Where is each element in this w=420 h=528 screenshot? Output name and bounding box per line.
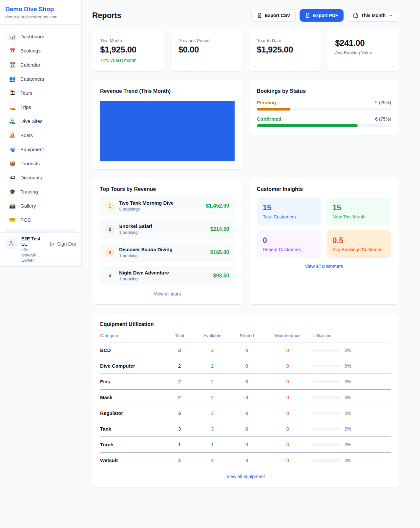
sidebar-item-dashboard[interactable]: 📊 Dashboard <box>5 30 76 44</box>
table-row: Tank 3 3 0 0 0% <box>100 421 391 437</box>
stat-value: $241.00 <box>335 38 391 48</box>
stat-delta: +0% vs last month <box>100 58 156 63</box>
sidebar-item-calendar[interactable]: 📆 Calendar <box>5 58 76 72</box>
export-csv-button[interactable]: Export CSV <box>251 9 296 22</box>
equipment-maintenance: 0 <box>263 442 312 447</box>
sidebar-item-gallery[interactable]: 📸 Gallery <box>5 199 76 213</box>
utilization-bar <box>312 396 341 399</box>
sidebar-item-products[interactable]: 📦 Products <box>5 156 76 171</box>
sidebar-item-bookings[interactable]: 📅 Bookings <box>5 44 76 58</box>
sidebar-item-discounts[interactable]: 🏷 Discounts <box>5 171 76 185</box>
table-row: Fins 2 2 0 0 0% <box>100 374 391 390</box>
equipment-available: 3 <box>194 426 230 432</box>
user-email: e2e-tester@... <box>21 247 45 258</box>
status-value: 2 (25%) <box>375 100 391 105</box>
dive-sites-wave-icon: 🌊 <box>9 117 16 125</box>
sidebar-item-pos[interactable]: 💳 POS <box>5 213 76 227</box>
export-pdf-button[interactable]: Export PDF <box>300 9 344 22</box>
tour-revenue: $1,452.00 <box>206 203 229 209</box>
rank-badge: 2 <box>105 225 115 234</box>
equipment-rented: 0 <box>230 395 263 400</box>
table-row: Regulator 3 3 0 0 0% <box>100 405 391 421</box>
equipment-available: 3 <box>194 347 230 353</box>
equipment-maintenance: 0 <box>263 379 312 384</box>
export-csv-label: Export CSV <box>265 13 290 18</box>
tour-row: 2 Snorkel Safari 1 booking $214.50 <box>100 219 235 239</box>
avatar <box>5 237 17 249</box>
tour-name: Discover Scuba Diving <box>119 247 173 252</box>
period-dropdown[interactable]: This Month <box>347 9 399 22</box>
sidebar-item-equipment[interactable]: 🤿 Equipment <box>5 142 76 156</box>
equipment-available: 2 <box>194 379 230 384</box>
insight-new-this-month: 15 New This Month <box>326 197 391 225</box>
tour-row: 4 Night Dive Adventure 1 booking $93.50 <box>100 266 235 285</box>
view-all-customers-link[interactable]: View all customers <box>257 264 391 269</box>
equipment-total: 3 <box>165 347 194 353</box>
status-bar-track <box>257 108 391 111</box>
stat-card-this-month: This Month $1,925.00 +0% vs last month <box>92 30 164 71</box>
bookings-by-status-card: Bookings by Status Pending 2 (25%) Confi… <box>249 80 399 135</box>
table-row: BCD 3 3 0 0 0% <box>100 342 391 358</box>
sidebar-item-label: Training <box>20 188 38 195</box>
sidebar-item-customers[interactable]: 👥 Customers <box>5 72 76 86</box>
active-nav-indicator[interactable] <box>5 229 76 233</box>
utilization-percent: 0% <box>345 395 351 400</box>
equipment-total: 1 <box>165 442 194 447</box>
brand-block: Demo Dive Shop demo.test.divestreams.com <box>0 0 81 25</box>
utilization-percent: 0% <box>345 426 351 432</box>
shop-domain: demo.test.divestreams.com <box>5 14 76 19</box>
equipment-utilization-title: Equipment Utilization <box>100 321 391 327</box>
table-row: Wetsuit 4 4 0 0 0% <box>100 453 391 468</box>
tour-bookings: 5 bookings <box>119 207 174 212</box>
view-all-equipment-link[interactable]: View all equipment <box>100 474 391 479</box>
sidebar-item-label: Trips <box>20 103 31 111</box>
top-tours-card: Top Tours by Revenue 1 Two Tank Morning … <box>92 178 242 304</box>
utilization-bar <box>312 412 341 415</box>
table-header-row: Category Total Available Rented Maintena… <box>100 333 391 342</box>
sidebar-item-training[interactable]: 🎓 Training <box>5 185 76 199</box>
utilization-bar <box>312 443 341 446</box>
tour-bookings: 1 booking <box>119 230 152 235</box>
tour-row: 1 Two Tank Morning Dive 5 bookings $1,45… <box>100 196 235 215</box>
insight-label: Repeat Customers <box>263 247 316 252</box>
sign-out-button[interactable]: Sign Out <box>49 241 76 247</box>
equipment-total: 2 <box>165 379 194 384</box>
sidebar-item-dive-sites[interactable]: 🌊 Dive Sites <box>5 114 76 128</box>
sidebar-item-label: Tours <box>20 89 32 97</box>
utilization-bar <box>312 349 341 352</box>
user-info: E2E Test U... e2e-tester@... Owner <box>21 236 45 263</box>
stat-card-year-to-date: Year to Date $1,925.00 <box>249 30 321 71</box>
sidebar-item-trips[interactable]: 🚤 Trips <box>5 100 76 114</box>
column-header: Utilization <box>312 333 391 338</box>
sidebar-item-label: Boats <box>20 132 33 139</box>
tour-row: 3 Discover Scuba Diving 1 booking $165.0… <box>100 243 235 262</box>
sidebar-nav: 📊 Dashboard 📅 Bookings 📆 Calendar 👥 Cust… <box>0 25 81 233</box>
equipment-total: 2 <box>165 395 194 400</box>
table-row: Mask 2 2 0 0 0% <box>100 390 391 405</box>
sidebar-item-tours[interactable]: 🏝 Tours <box>5 86 76 100</box>
table-row: Dive Computer 2 2 0 0 0% <box>100 358 391 374</box>
export-pdf-label: Export PDF <box>313 13 338 18</box>
sign-out-label: Sign Out <box>57 241 76 247</box>
status-bar-fill <box>257 108 290 111</box>
tour-revenue: $165.00 <box>210 250 229 255</box>
sidebar-item-label: Customers <box>20 75 44 83</box>
equipment-maintenance: 0 <box>263 395 312 400</box>
equipment-available: 1 <box>194 442 230 447</box>
stat-value: $1,925.00 <box>257 45 313 55</box>
sidebar-item-boats[interactable]: ⛵ Boats <box>5 128 76 142</box>
equipment-category: Dive Computer <box>100 363 165 369</box>
table-row: Torch 1 1 0 0 0% <box>100 437 391 453</box>
utilization-bar <box>312 365 341 367</box>
utilization-percent: 0% <box>345 379 351 384</box>
tours-island-icon: 🏝 <box>9 89 16 97</box>
utilization-percent: 0% <box>345 411 351 416</box>
view-all-tours-link[interactable]: View all tours <box>100 291 235 296</box>
sidebar-item-label: Dive Sites <box>20 117 43 125</box>
utilization-percent: 0% <box>345 458 351 463</box>
equipment-category: Regulator <box>100 410 165 416</box>
column-header: Category <box>100 333 165 338</box>
equipment-available: 2 <box>194 363 230 369</box>
equipment-total: 4 <box>165 457 194 463</box>
equipment-maintenance: 0 <box>263 426 312 432</box>
